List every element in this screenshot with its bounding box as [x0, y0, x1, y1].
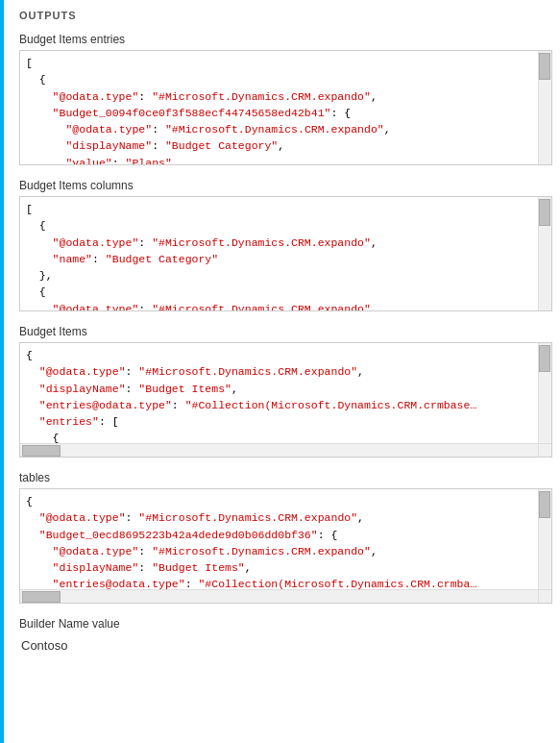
- scrollbar-v-entries[interactable]: [538, 51, 551, 164]
- section-tables: tables { "@odata.type": "#Microsoft.Dyna…: [19, 471, 552, 604]
- section-budget-items-columns: Budget Items columns [ { "@odata.type": …: [19, 179, 552, 311]
- scrollbar-v-thumb-budget-items[interactable]: [539, 345, 550, 372]
- scrollbar-v-columns[interactable]: [538, 197, 551, 310]
- code-content-budget-items-entries: [ { "@odata.type": "#Microsoft.Dynamics.…: [20, 51, 551, 164]
- code-content-tables: { "@odata.type": "#Microsoft.Dynamics.CR…: [20, 489, 551, 589]
- scrollbar-v-thumb-columns[interactable]: [539, 199, 550, 226]
- scroll-corner-tables: [538, 589, 551, 603]
- section-label-budget-items-columns: Budget Items columns: [19, 179, 552, 192]
- section-budget-items: Budget Items { "@odata.type": "#Microsof…: [19, 325, 552, 458]
- builder-name-value: Contoso: [19, 634, 552, 655]
- content-area: OUTPUTS Budget Items entries [ { "@odata…: [12, 0, 560, 678]
- section-label-builder-name: Builder Name value: [19, 617, 552, 631]
- scrollbar-h-budget-items[interactable]: [20, 443, 538, 457]
- code-box-budget-items[interactable]: { "@odata.type": "#Microsoft.Dynamics.CR…: [19, 342, 552, 458]
- code-box-tables[interactable]: { "@odata.type": "#Microsoft.Dynamics.CR…: [19, 488, 552, 604]
- section-label-budget-items-entries: Budget Items entries: [19, 33, 552, 46]
- scrollbar-v-thumb-tables[interactable]: [539, 491, 550, 518]
- section-builder-name: Builder Name value Contoso: [19, 617, 552, 655]
- code-box-budget-items-columns[interactable]: [ { "@odata.type": "#Microsoft.Dynamics.…: [19, 196, 552, 311]
- left-accent-bar: [0, 0, 4, 743]
- scrollbar-h-thumb-budget-items[interactable]: [22, 445, 61, 457]
- scrollbar-h-thumb-tables[interactable]: [22, 591, 61, 603]
- section-label-budget-items: Budget Items: [19, 325, 552, 338]
- main-container: OUTPUTS Budget Items entries [ { "@odata…: [0, 0, 560, 743]
- section-label-tables: tables: [19, 471, 552, 484]
- code-content-budget-items-columns: [ { "@odata.type": "#Microsoft.Dynamics.…: [20, 197, 551, 310]
- code-content-budget-items: { "@odata.type": "#Microsoft.Dynamics.CR…: [20, 343, 551, 443]
- section-budget-items-entries: Budget Items entries [ { "@odata.type": …: [19, 33, 552, 165]
- code-box-budget-items-entries[interactable]: [ { "@odata.type": "#Microsoft.Dynamics.…: [19, 50, 552, 165]
- scrollbar-v-budget-items[interactable]: [538, 343, 551, 457]
- scrollbar-v-tables[interactable]: [538, 489, 551, 603]
- scroll-corner-budget-items: [538, 443, 551, 457]
- outputs-header: OUTPUTS: [19, 10, 552, 21]
- scrollbar-h-tables[interactable]: [20, 589, 538, 603]
- scrollbar-v-thumb-entries[interactable]: [539, 53, 550, 80]
